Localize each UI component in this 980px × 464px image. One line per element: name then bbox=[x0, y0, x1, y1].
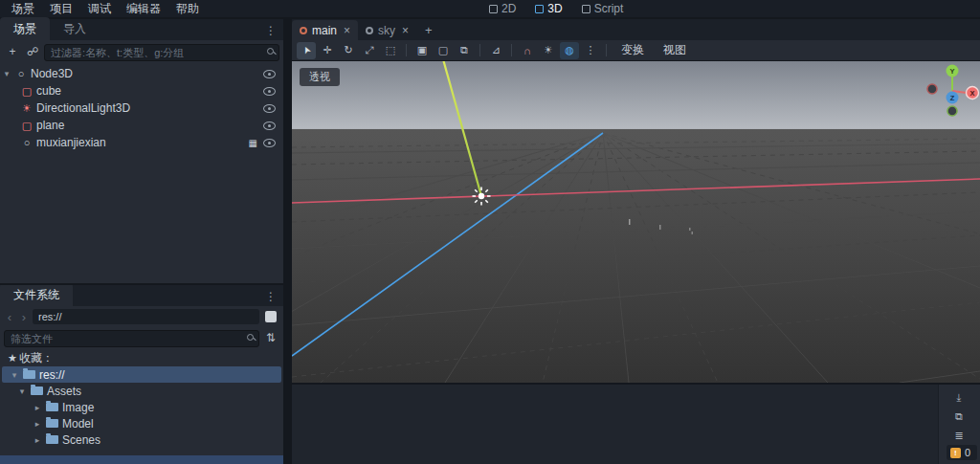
film-icon[interactable]: ▦ bbox=[249, 138, 257, 148]
chevron-right-icon[interactable]: ▸ bbox=[31, 419, 44, 429]
sky bbox=[292, 61, 980, 129]
partially-visible-selected-row[interactable] bbox=[0, 455, 283, 464]
more-options-button[interactable]: ⋮ bbox=[581, 42, 600, 59]
menu-debug[interactable]: 调试 bbox=[80, 0, 119, 18]
menu-help[interactable]: 帮助 bbox=[168, 0, 207, 18]
sort-button[interactable]: ⇅ bbox=[262, 329, 279, 346]
folder-icon bbox=[46, 435, 58, 444]
axis-negative-y[interactable] bbox=[947, 106, 957, 116]
close-icon[interactable]: × bbox=[344, 24, 350, 37]
group-button[interactable]: ⧉ bbox=[455, 42, 474, 59]
bottom-panel-side-toolbar: ⤓ ⧉ ≣ ! 0 bbox=[938, 385, 980, 464]
close-icon[interactable]: × bbox=[402, 24, 409, 37]
instantiate-scene-button[interactable]: ☍ bbox=[24, 43, 41, 60]
ruler-button[interactable]: ⊿ bbox=[486, 42, 505, 59]
move-tool[interactable]: ✛ bbox=[318, 42, 337, 59]
add-node-button[interactable]: + bbox=[4, 43, 21, 60]
environment-button[interactable]: ◍ bbox=[560, 42, 579, 59]
tab-filesystem[interactable]: 文件系统 bbox=[0, 285, 73, 306]
scene-filter bbox=[44, 43, 279, 61]
scene-tab-label: sky bbox=[378, 24, 395, 37]
scene-filter-input[interactable] bbox=[44, 44, 279, 61]
chevron-down-icon[interactable]: ▾ bbox=[0, 69, 13, 78]
chevron-right-icon[interactable]: ▸ bbox=[31, 435, 44, 445]
visibility-eye-icon[interactable] bbox=[263, 104, 276, 113]
toolbar-separator bbox=[479, 44, 480, 56]
wrap-lines-button[interactable]: ≣ bbox=[950, 429, 968, 443]
workspace-script[interactable]: Script bbox=[573, 0, 633, 17]
folder-image[interactable]: ▸ Image bbox=[0, 399, 283, 415]
unlock-button[interactable]: ▢ bbox=[434, 42, 453, 59]
copy-button[interactable]: ⧉ bbox=[950, 409, 968, 424]
tree-row-muxianjiexian[interactable]: ○ muxianjiexian ▦ bbox=[0, 134, 283, 151]
scene-tab-sky[interactable]: sky × bbox=[358, 20, 416, 40]
horizon-fade bbox=[292, 129, 980, 150]
rotate-tool[interactable]: ↻ bbox=[339, 42, 358, 59]
filesystem-path-row: ‹ › res:// bbox=[0, 306, 283, 327]
toggle-split-icon[interactable] bbox=[265, 311, 277, 322]
menu-scene[interactable]: 场景 bbox=[4, 0, 42, 18]
chevron-down-icon[interactable]: ▾ bbox=[8, 370, 21, 380]
svg-text:X: X bbox=[969, 89, 974, 98]
folder-label: Scenes bbox=[62, 433, 100, 447]
sun-button[interactable]: ☀ bbox=[539, 42, 558, 59]
visibility-eye-icon[interactable] bbox=[263, 70, 276, 78]
folder-model[interactable]: ▸ Model bbox=[0, 415, 283, 431]
workspace-script-label: Script bbox=[594, 2, 624, 15]
ground bbox=[292, 129, 980, 383]
workspace-2d[interactable]: 2D bbox=[480, 0, 524, 17]
back-icon[interactable]: ‹ bbox=[4, 310, 15, 324]
scroll-bottom-button[interactable]: ⤓ bbox=[950, 390, 968, 405]
visibility-eye-icon[interactable] bbox=[263, 87, 276, 96]
visibility-eye-icon[interactable] bbox=[263, 122, 276, 130]
3d-icon bbox=[535, 5, 544, 13]
warning-icon: ! bbox=[950, 448, 961, 458]
2d-icon bbox=[489, 5, 498, 13]
tab-scene[interactable]: 场景 bbox=[0, 17, 50, 40]
folder-assets[interactable]: ▾ Assets bbox=[0, 383, 283, 399]
light-icon: ☀ bbox=[19, 102, 34, 115]
path-bar[interactable]: res:// bbox=[33, 309, 259, 324]
box-select-tool[interactable]: ⬚ bbox=[381, 42, 400, 59]
tree-row-cube[interactable]: ▢ cube bbox=[0, 82, 283, 99]
transform-menu[interactable]: 变换 bbox=[612, 42, 653, 58]
error-count-badge[interactable]: ! 0 bbox=[947, 445, 977, 460]
scale-tool[interactable]: ⤢ bbox=[360, 42, 379, 59]
folder-label: Model bbox=[62, 417, 94, 431]
filesystem-dock-menu-icon[interactable]: ⋮ bbox=[258, 290, 283, 306]
perspective-button[interactable]: 透视 bbox=[300, 68, 340, 86]
search-icon bbox=[267, 48, 274, 55]
node-label: cube bbox=[36, 84, 61, 98]
folder-scenes[interactable]: ▸ Scenes bbox=[0, 431, 283, 448]
select-tool[interactable]: ➤ bbox=[297, 42, 316, 59]
forward-icon[interactable]: › bbox=[18, 310, 30, 324]
directional-light-gizmo[interactable] bbox=[473, 188, 491, 206]
filesystem-filter-input[interactable] bbox=[4, 330, 259, 347]
viewport-3d-canvas[interactable]: Z Y X bbox=[292, 61, 980, 383]
svg-text:Z: Z bbox=[950, 94, 955, 102]
chevron-right-icon[interactable]: ▸ bbox=[31, 403, 44, 412]
favorite-res-root[interactable]: ▾ res:// bbox=[2, 366, 281, 383]
workspace-3d[interactable]: 3D bbox=[526, 0, 570, 17]
link-icon: ☍ bbox=[27, 45, 38, 58]
view-menu[interactable]: 视图 bbox=[655, 42, 695, 58]
scene-dock-menu-icon[interactable]: ⋮ bbox=[258, 24, 283, 40]
tree-row-plane[interactable]: ▢ plane bbox=[0, 117, 283, 134]
menu-project[interactable]: 项目 bbox=[42, 0, 80, 18]
lock-button[interactable]: ▣ bbox=[412, 42, 432, 59]
menu-editor[interactable]: 编辑器 bbox=[119, 0, 168, 18]
snap-button[interactable]: ∩ bbox=[518, 42, 537, 59]
tree-row-directionallight3d[interactable]: ☀ DirectionalLight3D bbox=[0, 99, 283, 117]
add-icon: + bbox=[9, 45, 15, 58]
script-icon bbox=[582, 5, 590, 13]
chevron-down-icon[interactable]: ▾ bbox=[15, 387, 29, 396]
tree-row-node3d[interactable]: ▾ ○ Node3D bbox=[0, 65, 283, 82]
svg-text:Y: Y bbox=[949, 67, 954, 76]
scene-tab-main[interactable]: main × bbox=[292, 20, 358, 40]
visibility-eye-icon[interactable] bbox=[263, 139, 276, 147]
workspace-3d-label: 3D bbox=[547, 2, 562, 15]
axis-negative-x[interactable] bbox=[927, 84, 937, 94]
tab-import[interactable]: 导入 bbox=[50, 17, 100, 40]
new-scene-tab-button[interactable]: + bbox=[416, 20, 441, 40]
folder-icon bbox=[23, 370, 35, 379]
